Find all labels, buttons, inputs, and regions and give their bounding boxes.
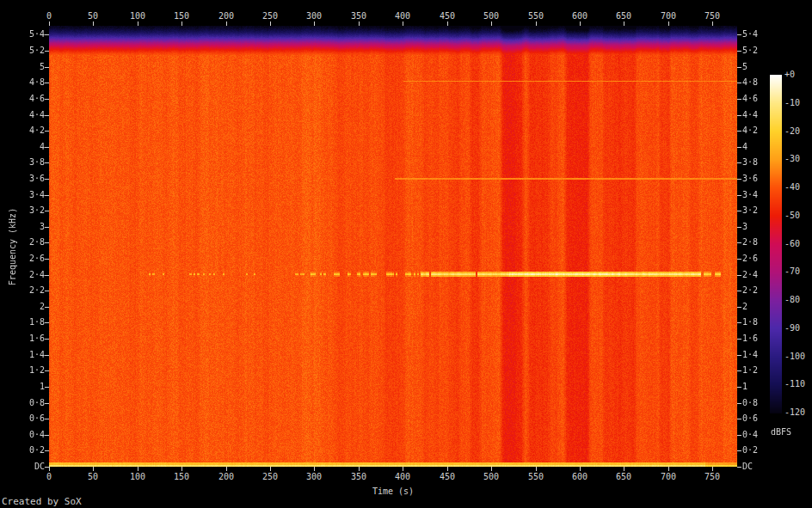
freq-tick-label-left: 3 <box>17 222 45 232</box>
db-tick-label: -80 <box>784 295 812 305</box>
time-tick-label-top: 600 <box>567 11 593 21</box>
freq-tick-left <box>45 355 49 356</box>
time-tick-label-top: 500 <box>478 11 504 21</box>
time-tick-bottom <box>624 467 624 471</box>
freq-tick-label-right: 1·8 <box>742 317 772 327</box>
freq-tick-left <box>45 387 49 388</box>
db-tick-label: -60 <box>784 239 812 249</box>
x-axis-title: Time (s) <box>49 487 737 496</box>
freq-tick-left <box>45 147 49 148</box>
db-tick-label: -20 <box>784 126 812 137</box>
freq-tick-label-right: 0·2 <box>742 445 772 456</box>
time-tick-top <box>624 21 624 26</box>
freq-tick-right <box>737 195 741 196</box>
time-tick-top <box>270 21 271 26</box>
freq-tick-left <box>45 162 49 163</box>
time-tick-label-top: 400 <box>390 11 415 21</box>
freq-tick-label-right: 5·4 <box>742 29 772 40</box>
db-tick-label: -50 <box>784 211 812 221</box>
freq-tick-label-right: 2·8 <box>742 237 772 248</box>
freq-tick-right <box>737 131 741 132</box>
freq-tick-label-right: 3·6 <box>742 174 772 184</box>
time-tick-top <box>181 21 182 26</box>
freq-tick-right <box>737 355 741 356</box>
freq-tick-label-left: 1·8 <box>17 317 45 327</box>
db-tick-label: -30 <box>784 154 812 164</box>
time-tick-bottom <box>138 467 138 471</box>
time-tick-bottom <box>270 467 271 471</box>
freq-tick-right <box>737 147 741 148</box>
time-tick-top <box>314 21 315 26</box>
freq-tick-right <box>737 275 741 276</box>
time-tick-label-top: 300 <box>301 11 327 21</box>
freq-tick-left <box>45 211 49 211</box>
freq-tick-right <box>737 211 741 211</box>
time-tick-bottom <box>226 467 227 471</box>
time-tick-top <box>138 21 138 26</box>
freq-tick-right <box>737 339 741 340</box>
freq-tick-left <box>45 307 49 308</box>
freq-tick-right <box>737 322 741 323</box>
freq-tick-left <box>45 242 49 243</box>
freq-tick-label-right: 1 <box>742 382 772 392</box>
y-axis-title: Frequency (kHz) <box>8 208 17 285</box>
db-tick-label: -40 <box>784 182 812 193</box>
time-tick-label-top: 0 <box>36 11 62 21</box>
freq-tick-label-right: 0·8 <box>742 398 772 408</box>
spectrogram-figure: 0050501001001501502002002502503003003503… <box>0 0 812 508</box>
freq-tick-left <box>45 34 49 35</box>
freq-tick-label-right: 4·4 <box>742 110 772 120</box>
freq-tick-right <box>737 419 741 419</box>
time-tick-label-top: 750 <box>699 11 725 21</box>
freq-tick-left <box>45 195 49 196</box>
time-tick-bottom <box>93 467 94 471</box>
freq-tick-right <box>737 242 741 243</box>
freq-tick-left <box>45 450 49 451</box>
freq-tick-label-left: 1 <box>17 382 45 392</box>
freq-tick-label-left: 2·2 <box>17 285 45 296</box>
freq-tick-right <box>737 162 741 163</box>
time-tick-bottom <box>491 467 492 471</box>
freq-tick-label-right: 3 <box>742 222 772 232</box>
freq-tick-left <box>45 99 49 100</box>
freq-tick-left <box>45 51 49 52</box>
freq-tick-label-left: 4·6 <box>17 94 45 104</box>
freq-tick-label-left: 2·8 <box>17 237 45 248</box>
time-tick-label-top: 700 <box>655 11 681 21</box>
freq-tick-label-left: 0·2 <box>17 445 45 456</box>
colorbar-unit-label: dBFS <box>771 427 791 437</box>
freq-tick-label-right: 2·4 <box>742 270 772 280</box>
time-tick-label-top: 200 <box>213 11 239 21</box>
time-tick-bottom <box>580 467 581 471</box>
freq-tick-right <box>737 83 741 83</box>
time-tick-label-bottom: 200 <box>213 472 239 482</box>
freq-tick-label-left: 4·2 <box>17 125 45 136</box>
freq-tick-left <box>45 115 49 116</box>
freq-tick-label-right: 4·8 <box>742 77 772 88</box>
freq-tick-right <box>737 115 741 116</box>
freq-tick-label-right: 5·2 <box>742 46 772 56</box>
time-tick-label-top: 150 <box>169 11 194 21</box>
spectrogram-heatmap <box>49 26 737 467</box>
freq-tick-left <box>45 131 49 132</box>
freq-tick-label-left: 0·6 <box>17 413 45 424</box>
time-tick-label-top: 550 <box>523 11 549 21</box>
time-tick-label-bottom: 400 <box>390 472 415 482</box>
freq-tick-label-left: 5·4 <box>17 29 45 40</box>
db-tick-label: -110 <box>784 379 812 389</box>
freq-tick-label-right: 4·6 <box>742 94 772 104</box>
freq-tick-label-left: DC <box>17 462 45 472</box>
time-tick-label-bottom: 700 <box>655 472 681 482</box>
freq-tick-label-right: 2·6 <box>742 254 772 264</box>
freq-tick-left <box>45 403 49 404</box>
time-tick-label-top: 450 <box>434 11 460 21</box>
db-tick-label: +0 <box>784 70 812 80</box>
freq-tick-left <box>45 83 49 83</box>
time-tick-label-bottom: 600 <box>567 472 593 482</box>
sox-credit: Created by SoX <box>2 496 82 507</box>
freq-tick-right <box>737 291 741 291</box>
freq-tick-label-right: 0·6 <box>742 413 772 424</box>
freq-tick-right <box>737 435 741 436</box>
time-tick-top <box>447 21 448 26</box>
freq-tick-left <box>45 419 49 419</box>
